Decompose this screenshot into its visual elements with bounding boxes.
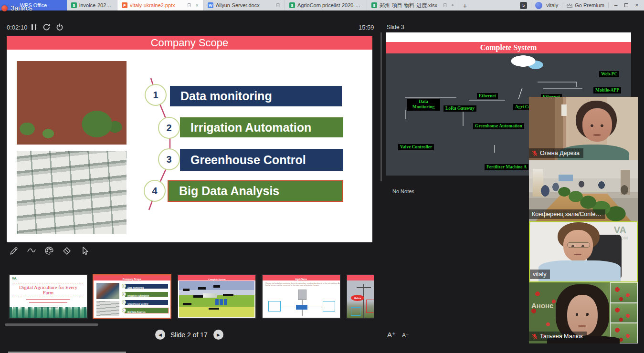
eraser-tool-button[interactable] (62, 246, 72, 256)
scope-item-bar: Greenhouse Control (180, 149, 343, 171)
thumbnail-slide-3[interactable]: Complete System (177, 274, 256, 319)
cherry-photos-strip (610, 282, 638, 343)
participant-face (567, 295, 598, 336)
restore-button[interactable] (623, 2, 630, 9)
annotation-toolbar (9, 246, 90, 256)
pen-tool-button[interactable] (9, 246, 19, 256)
unsaved-dot-icon (452, 4, 454, 6)
mini-sensor-device (298, 290, 306, 300)
thumbnail-slide-1[interactable]: VA. Digital Agriculture for Every Farm (9, 274, 88, 319)
thumbnail-slide-2-current[interactable]: Company Scope Data monitoring Irrigation… (93, 274, 171, 319)
participant-video-panel: Олена Дереза Конференц зала/Confe… VA OC… (529, 97, 638, 343)
thumbnail-slide-4[interactable]: AgrioSens Climate, soil and plant monito… (262, 274, 341, 319)
tab-label: 郑州-项目-物料-进度.xlsx (380, 2, 437, 9)
curve-tool-button[interactable] (26, 246, 37, 256)
mini-devices-photo (96, 301, 119, 316)
divider (608, 2, 609, 8)
writer-doc-icon: W (208, 2, 213, 8)
diagram-label: Fertilizer Machine A (485, 164, 528, 170)
participant-video-olena[interactable]: Олена Дереза (529, 97, 638, 160)
tab-invoice-xlsx[interactable]: S invoice-2021.xlsx (67, 0, 117, 10)
participant-body (538, 260, 621, 282)
minimize-button[interactable]: – (612, 2, 619, 9)
user-avatar[interactable] (535, 2, 542, 9)
participant-video-tatyana[interactable]: Анонс Татьяна Малюк (529, 282, 638, 343)
mini-bar: Irrigation Automation (125, 292, 168, 297)
diagram-label: Ethernet (477, 93, 498, 99)
participant-name-label: Конференц зала/Confe… (529, 209, 605, 219)
pin-tab-icon[interactable] (275, 3, 280, 8)
scope-item-bar-highlighted: Big Data Analysis (168, 180, 343, 202)
scope-item-bar: Irrigation Automation (180, 117, 343, 137)
diagram-label: Web-PC (599, 71, 619, 77)
va-logo: VA. (12, 277, 17, 280)
thumb4-description: Climate, soil and plant monitoring devic… (265, 282, 341, 286)
restore-icon (624, 3, 628, 7)
tab-label: AgrioCom pricelist-2020-12-vitaly (297, 2, 362, 8)
pin-tab-icon[interactable] (187, 3, 191, 8)
tab-bar: WPS Office S invoice-2021.xlsx P vitaly-… (0, 0, 644, 10)
mini-weather-station-photo: Before (347, 280, 374, 318)
tabbar-right-controls: 5 vitaly Go Premium – × (520, 0, 644, 10)
mini-bar: Big Data Analysis (125, 308, 168, 313)
mini-bar: Greenhouse Control (125, 300, 168, 305)
open-docs-badge[interactable]: 5 (520, 2, 527, 9)
recording-indicator[interactable]: Запись (1, 4, 32, 12)
new-tab-button[interactable]: + (458, 0, 472, 10)
number-circle: 2 (158, 117, 180, 139)
diagram-label: LoRa Gateway (443, 105, 476, 112)
tab-vitaly-ukraine2-pptx[interactable]: P vitaly-ukraine2.pptx × (117, 0, 203, 10)
end-show-power-button[interactable] (56, 23, 63, 33)
diagram-label: Valve Controller (398, 144, 434, 150)
wall-clock: 15:59 (359, 24, 374, 31)
premium-label: Go Premium (575, 2, 604, 8)
font-decrease-button[interactable]: A⁻ (402, 331, 409, 339)
mini-number-circle: 3 (122, 300, 126, 304)
thumb4-title-banner: AgrioSens (263, 275, 340, 280)
mini-building-photo (96, 283, 119, 299)
close-button[interactable]: × (633, 2, 640, 9)
tab-aliyun-server-docx[interactable]: W Aliyun-Server.docx (203, 0, 285, 10)
participant-video-vitaly-active-speaker[interactable]: VA OCOM vitaly (529, 221, 638, 282)
participant-video-conference-room[interactable]: Конференц зала/Confe… (529, 160, 638, 221)
thumb1-title: Digital Agriculture for Every Farm (13, 283, 83, 297)
thumbnail-scrollbar[interactable] (5, 323, 98, 326)
number-circle: 3 (158, 148, 180, 170)
company-building-photo (17, 61, 127, 145)
go-premium-button[interactable]: Go Premium (566, 2, 604, 8)
next-slide-header: Slide 3 (387, 24, 404, 31)
mini-link-line (282, 307, 295, 307)
thumbnail-slide-5[interactable]: Ag Before (346, 274, 374, 319)
tab-label: vitaly-ukraine2.pptx (130, 2, 175, 8)
scope-item-bar: Data monitoring (170, 86, 342, 106)
pin-tab-icon[interactable] (443, 3, 447, 8)
record-label: Запись (11, 4, 32, 12)
presentation-icon: P (122, 2, 127, 8)
user-name: vitaly (546, 2, 558, 8)
tab-zhengzhou-xlsx[interactable]: S 郑州-项目-物料-进度.xlsx (367, 0, 458, 10)
mic-muted-icon (532, 333, 538, 340)
background-text: Анонс (531, 301, 553, 310)
reset-timer-button[interactable] (42, 23, 51, 33)
divider (531, 2, 531, 8)
thumb5-title-banner: Ag (347, 275, 374, 280)
devices-production-photo (17, 151, 127, 234)
notes-placeholder: No Notes (392, 188, 414, 194)
next-slide-button[interactable]: ▶ (213, 330, 223, 340)
color-palette-button[interactable] (44, 246, 54, 256)
mic-muted-icon (532, 150, 538, 156)
pause-timer-button[interactable] (31, 23, 37, 33)
current-slide-canvas[interactable]: Company Scope Data monitoring Irrigation… (7, 36, 372, 242)
notes-font-controls: A⁺ A⁻ (387, 331, 409, 339)
cursor-tool-button[interactable] (79, 246, 90, 256)
font-increase-button[interactable]: A⁺ (387, 331, 396, 339)
close-tab-icon[interactable]: × (196, 2, 199, 8)
tab-agriocom-pricelist[interactable]: S AgrioCom pricelist-2020-12-vitaly (285, 0, 367, 10)
slide-position-label: Slide 2 of 17 (170, 331, 208, 339)
mini-sensor-box (268, 301, 281, 311)
thumb3-title-banner: Complete System (178, 275, 255, 280)
panel-scrollbar[interactable] (380, 32, 382, 181)
glasses (567, 242, 590, 248)
decor-text-line (34, 305, 63, 305)
previous-slide-button[interactable]: ◀ (155, 330, 165, 340)
